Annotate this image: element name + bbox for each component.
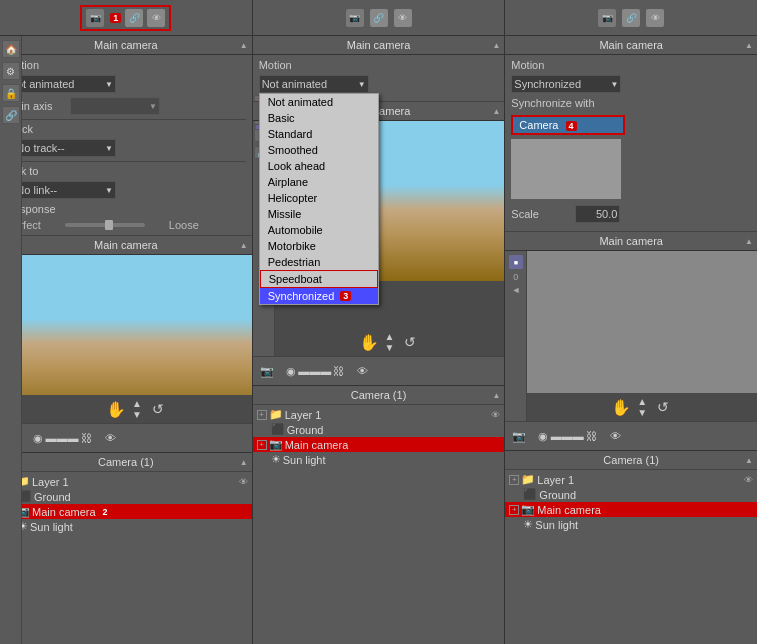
bt-eye-p2[interactable]: 👁 — [353, 361, 373, 381]
track-select-p1[interactable]: --No track-- ▼ — [6, 139, 116, 157]
orbit-icon-p3[interactable]: ↺ — [655, 399, 671, 415]
vl-btn-p3[interactable]: ■ — [509, 255, 523, 269]
link-select-row-p1: --No link-- ▼ — [6, 181, 246, 199]
viewport-arrow-p3[interactable]: ▲ — [745, 237, 753, 246]
scroll-arrow-p3[interactable]: ▲ — [745, 41, 753, 50]
expand-layer1-p2[interactable]: + — [257, 410, 267, 420]
expand-camera-p3[interactable]: + — [509, 505, 519, 515]
tree-item-ground-p1[interactable]: ⬛ Ground — [0, 489, 252, 504]
expand-layer1-p3[interactable]: + — [509, 475, 519, 485]
tree-item-camera-p1[interactable]: + 📷 Main camera 2 — [0, 504, 252, 519]
hand-icon-p1[interactable]: ✋ — [108, 401, 124, 417]
eye-icon-p1[interactable]: 👁 — [147, 9, 165, 27]
bt-link-p2[interactable]: ⛓ — [329, 361, 349, 381]
dd-smoothed[interactable]: Smoothed — [260, 142, 378, 158]
dd-pedestrian[interactable]: Pedestrian — [260, 254, 378, 270]
panel-2-props-area: 🏠 ⚙ 🔒 🔗 Motion Not animated ▼ Not animat… — [253, 55, 505, 101]
nav-up-p2[interactable]: ▲ — [385, 331, 395, 342]
panel-1-props-area: 🏠 ⚙ 🔒 🔗 Motion Not animated ▼ Main axis — [0, 55, 252, 235]
orbit-icon-p1[interactable]: ↺ — [150, 401, 166, 417]
scroll-arrow-p2[interactable]: ▲ — [492, 41, 500, 50]
response-slider[interactable] — [65, 223, 145, 227]
bt-bars-p2[interactable]: ▬▬▬ — [305, 361, 325, 381]
tree-item-ground-p3[interactable]: ⬛ Ground — [505, 487, 757, 502]
tree-item-sun-p3[interactable]: ☀ Sun light — [505, 517, 757, 532]
hand-icon-p2[interactable]: ✋ — [361, 334, 377, 350]
main-axis-select-p1[interactable]: ▼ — [70, 97, 160, 115]
bt-camera-p2[interactable]: 📷 — [257, 361, 277, 381]
eye-icon-p3[interactable]: 👁 — [646, 9, 664, 27]
bt-bars-p3[interactable]: ▬▬▬ — [557, 426, 577, 446]
tree-scroll-p2[interactable]: ▲ — [492, 391, 500, 400]
dd-standard[interactable]: Standard — [260, 126, 378, 142]
bt-camera-p3[interactable]: 📷 — [509, 426, 529, 446]
bt-bars-p1[interactable]: ▬▬▬ — [52, 428, 72, 448]
bt-eye-p1[interactable]: 👁 — [100, 428, 120, 448]
dd-helicopter[interactable]: Helicopter — [260, 190, 378, 206]
link-select-p1[interactable]: --No link-- ▼ — [6, 181, 116, 199]
link-icon-p1[interactable]: 🔗 — [125, 9, 143, 27]
dd-motorbike[interactable]: Motorbike — [260, 238, 378, 254]
expand-camera-p2[interactable]: + — [257, 440, 267, 450]
panel-2-props: Motion Not animated ▼ Not animated Basic… — [253, 55, 505, 101]
orbit-icon-p2[interactable]: ↺ — [402, 334, 418, 350]
camera-icon-p1[interactable]: 📷 — [86, 9, 104, 27]
nav-down-p3[interactable]: ▼ — [637, 407, 647, 418]
nav-down-p2[interactable]: ▼ — [385, 342, 395, 353]
tree-item-ground-p2[interactable]: ⬛ Ground — [253, 422, 505, 437]
bt-eye-p3[interactable]: 👁 — [605, 426, 625, 446]
dd-speedboat[interactable]: Speedboat — [260, 270, 378, 288]
motion-select-p3[interactable]: Synchronized ▼ — [511, 75, 621, 93]
link-icon-p3[interactable]: 🔗 — [622, 9, 640, 27]
strip-icon-p3-4[interactable]: 🔗 — [2, 106, 20, 124]
bt-link-p1[interactable]: ⛓ — [76, 428, 96, 448]
hand-icon-p3[interactable]: ✋ — [613, 399, 629, 415]
tree-item-layer1-p2[interactable]: + 📁 Layer 1 👁 — [253, 407, 505, 422]
motion-row-p3: Motion — [511, 59, 751, 71]
panel-1-toolbar: 📷 1 🔗 👁 — [0, 0, 252, 36]
viewport-arrow-p2[interactable]: ▲ — [492, 107, 500, 116]
tree-scroll-p3[interactable]: ▲ — [745, 456, 753, 465]
badge-2: 2 — [100, 507, 111, 517]
badge-3: 3 — [340, 291, 351, 301]
dd-airplane[interactable]: Airplane — [260, 174, 378, 190]
camera-icon-p3[interactable]: 📷 — [598, 9, 616, 27]
tree-item-sun-p1[interactable]: ☀ Sun light — [0, 519, 252, 534]
dd-missile[interactable]: Missile — [260, 206, 378, 222]
camera-icon-p2[interactable]: 📷 — [346, 9, 364, 27]
dd-not-animated[interactable]: Not animated — [260, 94, 378, 110]
tree-item-layer1-p1[interactable]: + 📁 Layer 1 👁 — [0, 474, 252, 489]
scale-row: Scale — [511, 205, 751, 223]
eye-icon-p2[interactable]: 👁 — [394, 9, 412, 27]
strip-icon-p3-1[interactable]: 🏠 — [2, 40, 20, 58]
dd-synchronized[interactable]: Synchronized 3 — [260, 288, 378, 304]
dd-look-ahead[interactable]: Look ahead — [260, 158, 378, 174]
vl-arr-p3[interactable]: ◄ — [511, 285, 520, 295]
ground-icon-p2: ⬛ — [271, 423, 285, 436]
dd-basic[interactable]: Basic — [260, 110, 378, 126]
viewport-canvas-p1: ✋ ▲ ▼ ↺ — [22, 255, 252, 423]
dd-automobile[interactable]: Automobile — [260, 222, 378, 238]
camera-sync-value[interactable]: Camera 4 — [513, 117, 623, 133]
motion-dropdown-p2[interactable]: Not animated Basic Standard Smoothed Loo… — [259, 93, 379, 305]
tree-item-layer1-p3[interactable]: + 📁 Layer 1 👁 — [505, 472, 757, 487]
tree-item-camera-p2[interactable]: + 📷 Main camera — [253, 437, 505, 452]
panel-3-title: Main camera ▲ — [505, 36, 757, 55]
nav-down-p1[interactable]: ▼ — [132, 409, 142, 420]
scale-input[interactable] — [575, 205, 620, 223]
tree-scroll-p1[interactable]: ▲ — [240, 458, 248, 467]
tree-item-sun-p2[interactable]: ☀ Sun light — [253, 452, 505, 467]
nav-up-p1[interactable]: ▲ — [132, 398, 142, 409]
bt-link-p3[interactable]: ⛓ — [581, 426, 601, 446]
tree-item-camera-p3[interactable]: + 📷 Main camera — [505, 502, 757, 517]
panel-1-toolbar-border: 📷 1 🔗 👁 — [80, 5, 171, 31]
nav-up-p3[interactable]: ▲ — [637, 396, 647, 407]
strip-icon-p3-2[interactable]: ⚙ — [2, 62, 20, 80]
motion-select-arrow-p1: ▼ — [105, 80, 113, 89]
motion-select-p2[interactable]: Not animated ▼ — [259, 75, 369, 93]
viewport-arrow-p1[interactable]: ▲ — [240, 241, 248, 250]
strip-icon-p3-3[interactable]: 🔒 — [2, 84, 20, 102]
link-icon-p2[interactable]: 🔗 — [370, 9, 388, 27]
scroll-arrow-p1[interactable]: ▲ — [240, 41, 248, 50]
motion-select-p1[interactable]: Not animated ▼ — [6, 75, 116, 93]
